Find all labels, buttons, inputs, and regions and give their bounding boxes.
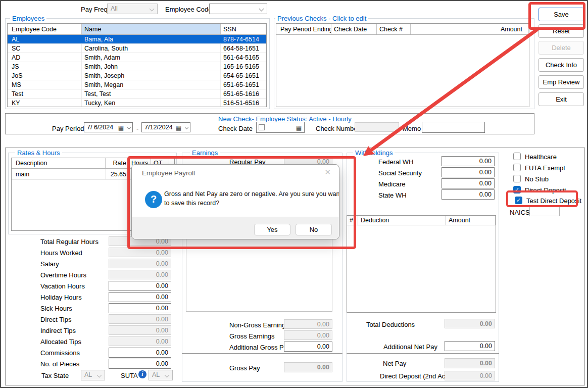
employee-ssn-cell: 561-64-5165 [221, 53, 266, 62]
state-wh-label: State WH [378, 191, 407, 199]
employee-code-cell: JoS [8, 71, 82, 80]
rate-rate-cell[interactable]: 25.65 [106, 169, 129, 179]
check-date-checkbox[interactable] [259, 124, 265, 130]
commissions-label: Commissions [40, 349, 80, 357]
employee-row[interactable]: AL Bama, Ala 878-74-6514 [8, 35, 266, 44]
chevron-down-icon [150, 7, 155, 12]
tax-state-select: AL [81, 370, 105, 380]
additional-net-pay-field[interactable]: 0.00 [445, 341, 495, 351]
futa-exempt-label: FUTA Exempt [525, 164, 565, 172]
medicare-label: Medicare [378, 180, 405, 188]
employee-name-cell: Test, Test [82, 89, 221, 98]
column-header-amount: Amount [411, 24, 529, 34]
vacation-hours-field[interactable]: 0.00 [109, 281, 171, 291]
emp-review-button[interactable]: Emp Review [538, 75, 584, 89]
deductions-header-row: # Deduction Amount [347, 216, 496, 225]
non-gross-earnings-field: 0.00 [284, 319, 332, 329]
employee-code-cell: KY [8, 99, 82, 107]
employee-code-select[interactable] [209, 4, 267, 14]
direct-deposit-2nd-label: Direct Deposit (2nd Acct) [380, 372, 453, 380]
state-wh-field[interactable]: 0.00 [442, 189, 495, 200]
total-deductions-field: 0.00 [445, 319, 495, 328]
allocated-tips-label: Allocated Tips [40, 338, 81, 346]
employee-ssn-cell: 165-16-5165 [221, 62, 266, 71]
pay-period-start-value: 7/ 6/2024 [87, 124, 113, 131]
column-header-ssn[interactable]: SSN [221, 24, 266, 34]
employee-row[interactable]: Test Test, Test 651-65-1616 [8, 89, 266, 99]
previous-checks-table[interactable]: Pay Period Ending Check Date Check # Amo… [276, 23, 529, 107]
additional-gross-pay-field[interactable]: 0.00 [284, 342, 332, 352]
sick-hours-field[interactable]: 0.00 [109, 303, 171, 313]
pay-period-end-picker[interactable]: 7/12/2024 [141, 122, 190, 132]
employees-group-label: Employees [10, 15, 46, 22]
column-header-description: Description [12, 158, 106, 168]
check-info-button[interactable]: Check Info [538, 58, 584, 72]
pay-period-end-value: 7/12/2024 [144, 124, 173, 131]
date-range-separator: - [136, 125, 138, 132]
calendar-icon [176, 125, 181, 131]
social-security-label: Social Security [378, 169, 422, 177]
memo-field[interactable] [422, 122, 485, 133]
employee-row[interactable]: MS Smith, Megan 651-65-1651 [8, 80, 266, 89]
employee-row[interactable]: KY Tucky, Ken 516-51-6516 [8, 99, 266, 107]
no-stub-label: No Stub [525, 175, 549, 183]
employee-payroll-window: Pay Freq. All Employee Code Employees Em… [0, 0, 588, 388]
employee-row[interactable]: AD Smith, Adam 561-64-5165 [8, 53, 266, 62]
commissions-field[interactable]: 0.00 [109, 348, 171, 358]
employee-name-cell: Smith, Joseph [82, 71, 221, 80]
sick-hours-label: Sick Hours [40, 305, 72, 312]
additional-gross-pay-label: Additional Gross Pay [229, 344, 290, 351]
employee-code-cell: JS [8, 62, 82, 71]
save-annotation-box [528, 2, 585, 30]
column-header-employee-code[interactable]: Employee Code [8, 24, 82, 34]
no-of-pieces-field[interactable]: 0.00 [109, 359, 171, 369]
employee-row[interactable]: SC Carolina, South 664-58-1651 [8, 44, 266, 53]
employee-row[interactable]: JS Smith, John 165-16-5165 [8, 62, 266, 71]
additional-net-pay-label: Additional Net Pay [383, 343, 437, 351]
rate-description-cell[interactable]: main [12, 169, 106, 179]
naics-field[interactable] [529, 206, 560, 216]
employee-code-cell: SC [8, 44, 82, 53]
suta-info-icon[interactable] [138, 370, 146, 378]
rates-hours-group-label: Rates & Hours [15, 149, 62, 157]
overtime-hours-field: 0.00 [109, 270, 171, 279]
deductions-table[interactable]: # Deduction Amount [347, 215, 496, 313]
employees-header-row[interactable]: Employee Code Name SSN [8, 24, 266, 35]
delete-button: Delete [538, 41, 584, 55]
futa-exempt-checkbox[interactable] [513, 164, 521, 171]
chevron-down-icon [185, 126, 188, 129]
column-header-name[interactable]: Name [82, 24, 221, 34]
total-deductions-label: Total Deductions [366, 321, 415, 328]
naics-label: NAICS [510, 209, 530, 216]
check-date-picker[interactable] [256, 122, 305, 133]
chevron-down-icon [165, 373, 170, 378]
hours-worked-label: Hours Worked [40, 249, 82, 257]
tax-state-label: Tax State [41, 372, 69, 379]
employee-ssn-cell: 664-58-1651 [221, 44, 266, 53]
allocated-tips-field: 0.00 [109, 336, 171, 346]
social-security-field[interactable]: 0.00 [442, 167, 495, 177]
column-header-rate: Rate [106, 158, 129, 168]
employee-name-cell: Smith, John [82, 62, 221, 71]
pay-freq-value: All [111, 5, 118, 12]
exit-button[interactable]: Exit [538, 92, 584, 106]
no-stub-checkbox[interactable] [513, 175, 521, 182]
employee-name-cell: Smith, Adam [82, 53, 221, 62]
federal-wh-field[interactable]: 0.00 [442, 156, 495, 166]
withholdings-group-label: Withholdings [353, 149, 395, 157]
direct-deposit-2nd-field: 0.00 [445, 371, 495, 380]
suta-state-select: AL [149, 370, 173, 380]
federal-wh-label: Federal WH [378, 158, 413, 166]
test-direct-deposit-annotation-box [506, 190, 578, 207]
column-header-check-date: Check Date [331, 24, 377, 34]
employee-row[interactable]: JoS Smith, Joseph 654-65-1651 [8, 71, 266, 80]
tax-state-value: AL [84, 371, 92, 378]
medicare-field[interactable]: 0.00 [442, 178, 495, 188]
previous-checks-group-label: Previous Checks - Click to edit [275, 15, 368, 22]
indirect-tips-label: Indirect Tips [40, 327, 76, 334]
pay-period-start-picker[interactable]: 7/ 6/2024 [84, 122, 133, 132]
healthcare-checkbox[interactable] [513, 153, 521, 160]
previous-checks-header-row: Pay Period Ending Check Date Check # Amo… [276, 24, 529, 35]
check-number-label: Check Number [316, 125, 360, 132]
holiday-hours-field[interactable]: 0.00 [109, 292, 171, 302]
